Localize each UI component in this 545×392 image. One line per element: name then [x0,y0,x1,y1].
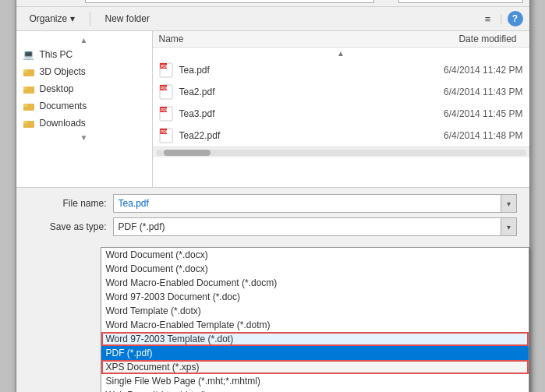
svg-text:PDF: PDF [161,86,168,90]
filename-dropdown-button[interactable]: ▾ [501,194,517,213]
refresh-button[interactable]: ⟳ [377,0,395,2]
horizontal-scrollbar[interactable] [153,147,529,157]
dropdown-item-6[interactable]: Word 97-2003 Template (*.dot) [101,332,529,346]
main-area: ▲ 💻 This PC 3D Objects Desktop [16,31,529,187]
sidebar-item-3d-objects[interactable]: 3D Objects [16,63,152,80]
file-date-3: 6/4/2014 11:48 PM [414,130,523,141]
pdf-icon-1: PDF [159,84,173,100]
breadcrumb: « DUE ... » › DUE 06-05-14 PCW ... ▾ [85,0,374,3]
back-button[interactable]: ← [23,0,42,2]
savetype-dropdown-button[interactable]: ▾ [501,217,517,236]
scrollbar-thumb[interactable] [164,150,211,156]
sidebar-label-downloads: Downloads [40,118,86,129]
dropdown-item-10[interactable]: Web Page (*.htm;*.html) [101,388,529,392]
savetype-input-wrapper: ▾ [113,217,517,236]
this-pc-icon: 💻 [23,49,35,60]
organize-button[interactable]: Organize ▾ [23,10,82,27]
sidebar-label-desktop: Desktop [40,83,74,94]
sidebar-scroll-down-indicator: ▼ [16,132,152,143]
pdf-icon-3: PDF [159,128,173,143]
sidebar-item-this-pc[interactable]: 💻 This PC [16,46,152,63]
file-list-scroll-up: ▲ [153,48,529,59]
sidebar-label-documents: Documents [40,101,87,111]
sidebar: ▲ 💻 This PC 3D Objects Desktop [16,31,153,187]
nav-bar: ← → ↑ « DUE ... » › DUE 06-05-14 PCW ...… [16,0,529,7]
table-row[interactable]: PDF Tea2.pdf 6/4/2014 11:43 PM [153,81,529,103]
dropdown-item-2[interactable]: Word Macro-Enabled Document (*.docm) [101,276,529,290]
svg-rect-7 [23,121,27,124]
dropdown-item-4[interactable]: Word Template (*.dotx) [101,304,529,318]
table-row[interactable]: PDF Tea.pdf 6/4/2014 11:42 PM [153,59,529,81]
desktop-icon [23,83,35,94]
new-folder-button[interactable]: New folder [98,10,157,27]
svg-text:PDF: PDF [161,129,168,134]
svg-text:PDF: PDF [161,108,168,112]
toolbar-right: ≡ | ? [480,11,523,27]
file-name-0: Tea.pdf [179,65,408,76]
savetype-input[interactable] [113,217,501,236]
file-date-2: 6/4/2014 11:45 PM [414,108,523,119]
savetype-row: Save as type: ▾ [29,217,517,236]
dropdown-item-8[interactable]: XPS Document (*.xps) [101,360,529,374]
forward-button[interactable]: → [45,0,65,2]
dropdown-item-9[interactable]: Single File Web Page (*.mht;*.mhtml) [101,374,529,388]
dropdown-item-7[interactable]: PDF (*.pdf) [101,346,529,360]
toolbar: Organize ▾ New folder ≡ | ? [16,7,529,31]
svg-rect-1 [23,69,27,72]
col-name-header: Name [159,34,414,44]
svg-text:PDF: PDF [161,64,168,69]
dropdown-item-0[interactable]: Word Document (*.docx) [101,248,529,262]
filename-label: File name: [29,198,107,209]
pdf-icon-2: PDF [159,106,173,122]
sidebar-item-desktop[interactable]: Desktop [16,80,152,97]
svg-rect-5 [23,104,27,107]
filename-row: File name: ▾ [29,194,517,213]
dialog: W Publish as PDF or XPS ✕ ← → ↑ « DUE ..… [16,0,530,392]
file-list: Name Date modified ▲ PDF Tea.pdf 6/4/201… [153,31,529,187]
3d-objects-icon [23,66,35,77]
savetype-label: Save as type: [29,221,107,232]
col-date-header: Date modified [414,34,523,44]
documents-icon [23,101,35,111]
sidebar-item-downloads[interactable]: Downloads [16,115,152,132]
view-button[interactable]: ≡ [480,11,496,27]
downloads-icon [23,118,35,129]
sidebar-label-3d-objects: 3D Objects [40,66,86,77]
sidebar-scroll-up-indicator: ▲ [16,34,152,46]
file-name-2: Tea3.pdf [179,108,408,119]
filename-input-wrapper: ▾ [113,194,517,213]
svg-rect-3 [23,87,27,90]
save-type-dropdown-list: Word Document (*.docx) Word Document (*.… [101,247,529,392]
table-row[interactable]: PDF Tea3.pdf 6/4/2014 11:45 PM [153,103,529,125]
toolbar-separator [90,12,90,26]
sidebar-label-this-pc: This PC [40,49,73,60]
sidebar-item-documents[interactable]: Documents [16,97,152,115]
dropdown-item-3[interactable]: Word 97-2003 Document (*.doc) [101,290,529,304]
dropdown-item-1[interactable]: Word Document (*.docx) [101,262,529,276]
pdf-icon-0: PDF [159,62,173,78]
scrollbar-track [156,150,526,156]
toolbar-separator2: | [500,13,502,24]
file-date-0: 6/4/2014 11:42 PM [414,65,523,76]
dropdown-item-5[interactable]: Word Macro-Enabled Template (*.dotm) [101,318,529,332]
up-button[interactable]: ↑ [68,0,83,2]
file-list-header: Name Date modified [153,31,529,48]
search-bar: 🔍 [398,0,523,3]
file-name-1: Tea2.pdf [179,87,408,97]
table-row[interactable]: PDF Tea22.pdf 6/4/2014 11:48 PM [153,125,529,147]
filename-input[interactable] [113,194,501,213]
file-name-3: Tea22.pdf [179,130,408,141]
file-date-1: 6/4/2014 11:43 PM [414,87,523,97]
form-area: File name: ▾ Save as type: ▾ [16,187,529,247]
help-button[interactable]: ? [508,11,523,26]
